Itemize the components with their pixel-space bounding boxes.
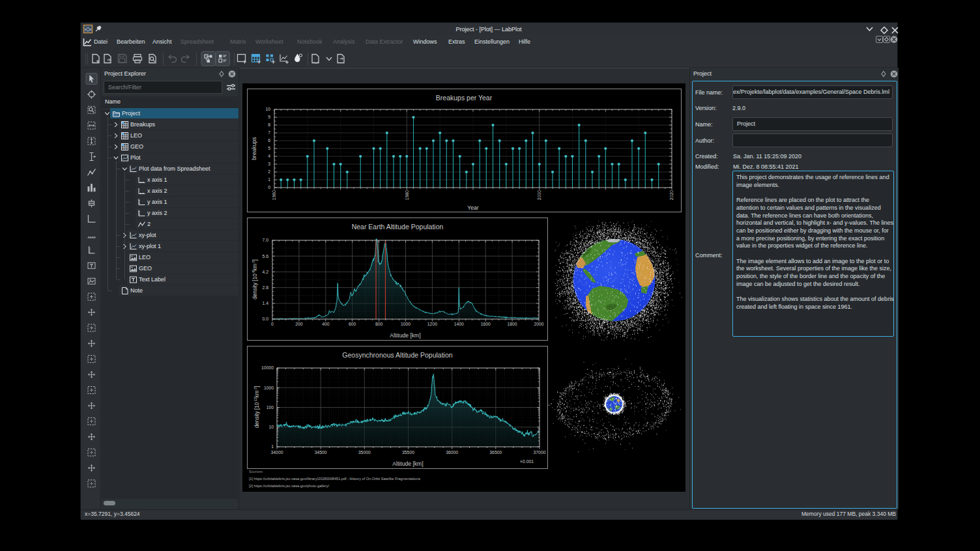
svg-text:1400: 1400 bbox=[454, 322, 464, 326]
svg-text:10: 10 bbox=[268, 425, 274, 429]
svg-text:[1] https://orbitaldebris.jsc.: [1] https://orbitaldebris.jsc.nasa.gov/l… bbox=[249, 477, 420, 481]
svg-text:4.2: 4.2 bbox=[263, 270, 269, 274]
svg-text:1000: 1000 bbox=[401, 322, 411, 326]
svg-text:[2] https://orbitaldebris.jsc.: [2] https://orbitaldebris.jsc.nasa.gov/p… bbox=[249, 484, 330, 488]
svg-text:Sources:: Sources: bbox=[249, 470, 264, 473]
svg-text:2000: 2000 bbox=[537, 190, 541, 200]
svg-text:37000: 37000 bbox=[534, 450, 546, 455]
svg-text:9: 9 bbox=[268, 115, 270, 119]
svg-text:1600: 1600 bbox=[481, 322, 491, 326]
svg-text:Altitude [km]: Altitude [km] bbox=[392, 460, 423, 467]
svg-text:Year: Year bbox=[467, 205, 479, 211]
svg-text:2020: 2020 bbox=[669, 190, 674, 200]
svg-text:1800: 1800 bbox=[508, 322, 517, 326]
svg-text:1: 1 bbox=[268, 177, 270, 182]
svg-text:35500: 35500 bbox=[402, 450, 414, 455]
svg-text:2: 2 bbox=[268, 169, 270, 174]
svg-text:Geosynchronous Altitude Popula: Geosynchronous Altitude Population bbox=[342, 351, 452, 359]
svg-text:Breakups per Year: Breakups per Year bbox=[436, 94, 493, 102]
svg-text:1000: 1000 bbox=[264, 386, 274, 390]
svg-text:400: 400 bbox=[322, 322, 330, 326]
svg-text:1980: 1980 bbox=[405, 190, 409, 200]
svg-text:2.8: 2.8 bbox=[263, 285, 269, 290]
svg-text:6: 6 bbox=[268, 138, 270, 143]
svg-text:600: 600 bbox=[349, 322, 356, 326]
svg-text:1960: 1960 bbox=[272, 190, 276, 200]
svg-text:8: 8 bbox=[268, 122, 270, 127]
svg-text:7: 7 bbox=[268, 130, 270, 135]
svg-text:1200: 1200 bbox=[427, 322, 437, 326]
svg-text:0.0: 0.0 bbox=[263, 317, 269, 321]
svg-text:3: 3 bbox=[268, 162, 270, 166]
svg-text:36000: 36000 bbox=[446, 450, 458, 455]
svg-text:×0.001: ×0.001 bbox=[520, 459, 534, 464]
svg-text:35000: 35000 bbox=[358, 450, 371, 455]
svg-text:Near Earth Altitude Population: Near Earth Altitude Population bbox=[352, 223, 444, 231]
svg-text:density [10-8km-3]: density [10-8km-3] bbox=[252, 259, 258, 300]
svg-text:0: 0 bbox=[271, 322, 274, 326]
svg-text:0: 0 bbox=[268, 185, 270, 190]
svg-text:34500: 34500 bbox=[315, 450, 327, 455]
svg-text:breakups: breakups bbox=[251, 137, 257, 160]
svg-text:2000: 2000 bbox=[534, 322, 543, 326]
svg-text:10000: 10000 bbox=[261, 365, 274, 370]
svg-text:density [10-12km-3]: density [10-12km-3] bbox=[253, 386, 260, 429]
svg-text:200: 200 bbox=[295, 322, 303, 326]
svg-text:7.0: 7.0 bbox=[263, 238, 269, 242]
svg-text:5: 5 bbox=[268, 146, 270, 150]
svg-text:34000: 34000 bbox=[271, 450, 283, 455]
svg-text:5.6: 5.6 bbox=[263, 254, 269, 259]
svg-text:10: 10 bbox=[265, 107, 270, 111]
svg-text:Altitude [km]: Altitude [km] bbox=[390, 332, 420, 339]
svg-text:100: 100 bbox=[267, 405, 274, 410]
svg-text:1.4: 1.4 bbox=[263, 301, 269, 305]
svg-text:36500: 36500 bbox=[489, 450, 502, 455]
svg-text:800: 800 bbox=[375, 322, 383, 326]
svg-text:4: 4 bbox=[268, 154, 270, 158]
svg-text:1: 1 bbox=[271, 444, 274, 449]
